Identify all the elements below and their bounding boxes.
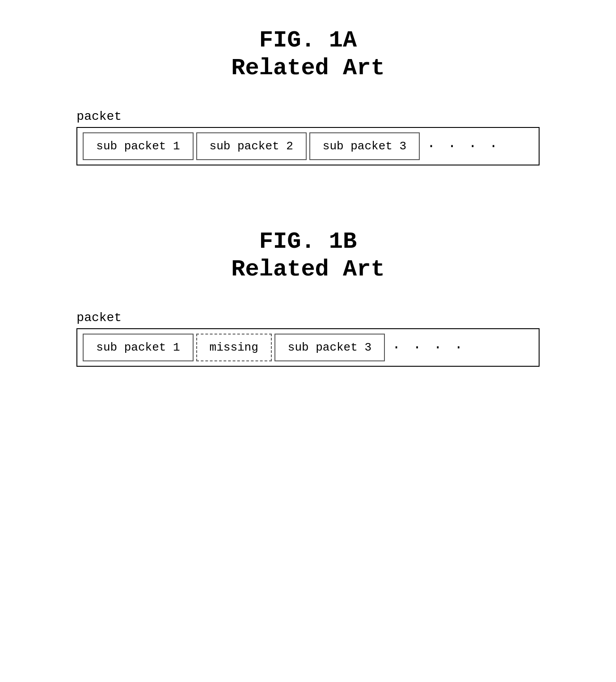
fig1b-title-line1: FIG. 1B xyxy=(231,228,384,256)
fig1b-outer-box: sub packet 1 missing sub packet 3 · · · … xyxy=(76,328,539,367)
fig1a-title-line1: FIG. 1A xyxy=(231,27,384,55)
fig1a-packet-label: packet xyxy=(76,110,122,123)
fig1b-cell-2-missing: missing xyxy=(196,334,272,361)
fig1a-diagram: packet sub packet 1 sub packet 2 sub pac… xyxy=(76,110,539,165)
fig1a-cell-2: sub packet 2 xyxy=(196,132,307,160)
fig1b-cell-3: sub packet 3 xyxy=(274,334,385,361)
fig1a-title-line2: Related Art xyxy=(231,55,384,82)
figure-1a-section: FIG. 1A Related Art packet sub packet 1 … xyxy=(36,27,580,165)
fig1a-cell-1: sub packet 1 xyxy=(83,132,193,160)
fig1a-dots: · · · · xyxy=(427,138,499,154)
page-container: FIG. 1A Related Art packet sub packet 1 … xyxy=(0,0,616,429)
fig1b-dots: · · · · xyxy=(392,339,464,356)
fig1b-title-line2: Related Art xyxy=(231,256,384,284)
fig1a-cell-3: sub packet 3 xyxy=(309,132,420,160)
fig1b-cell-1: sub packet 1 xyxy=(83,334,193,361)
fig1a-outer-box: sub packet 1 sub packet 2 sub packet 3 ·… xyxy=(76,127,539,165)
fig1a-title: FIG. 1A Related Art xyxy=(231,27,384,83)
fig1b-diagram: packet sub packet 1 missing sub packet 3… xyxy=(76,311,539,367)
fig1b-packet-label: packet xyxy=(76,311,122,325)
figure-1b-section: FIG. 1B Related Art packet sub packet 1 … xyxy=(36,228,580,367)
fig1b-title: FIG. 1B Related Art xyxy=(231,228,384,284)
